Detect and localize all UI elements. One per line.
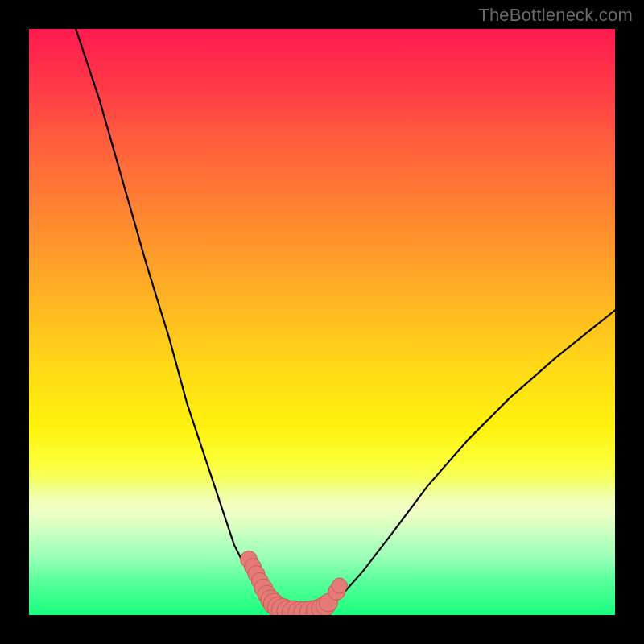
chart-frame: TheBottleneck.com bbox=[0, 0, 644, 644]
marker-dot bbox=[332, 578, 347, 593]
left-curve bbox=[76, 29, 275, 612]
watermark-text: TheBottleneck.com bbox=[478, 5, 633, 26]
salmon-dots bbox=[241, 551, 348, 615]
curves-layer bbox=[29, 29, 615, 615]
right-curve bbox=[322, 310, 615, 612]
plot-area bbox=[29, 29, 615, 615]
